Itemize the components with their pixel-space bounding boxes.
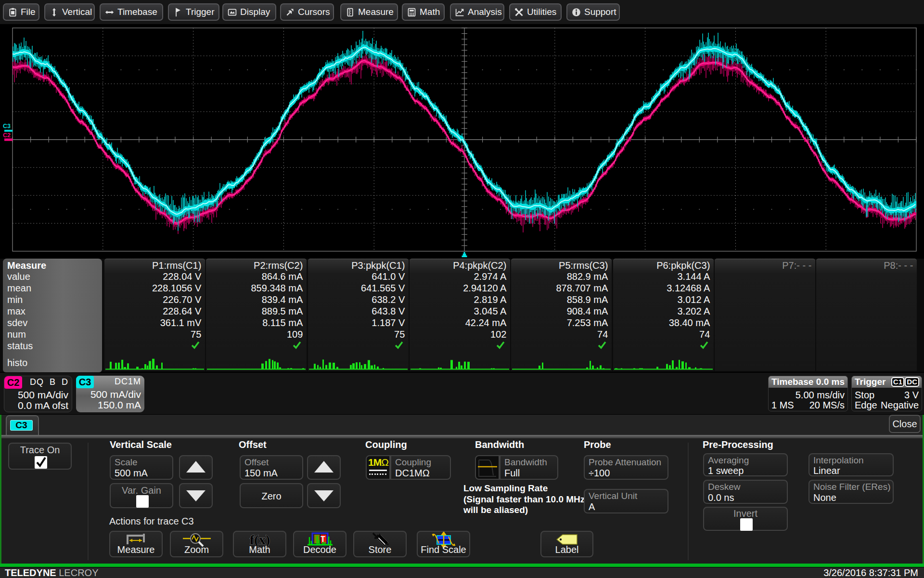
svg-text:T: T [321,535,325,543]
svg-text:C3: C3 [3,123,11,130]
svg-text:C2: C2 [3,132,11,139]
